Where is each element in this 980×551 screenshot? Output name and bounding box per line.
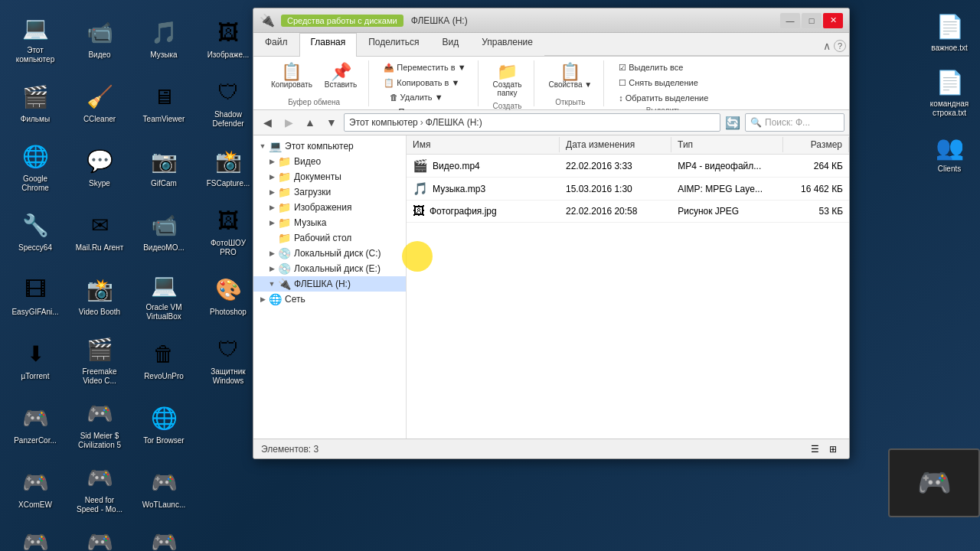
minimize-button[interactable]: — <box>780 13 800 28</box>
forward-button[interactable]: ▶ <box>279 113 298 132</box>
tree-item-downloads[interactable]: ▶ 📁 Загрузки <box>253 184 406 200</box>
ribbon-collapse-icon[interactable]: ∧ <box>823 40 831 52</box>
desktop-icon-important-txt[interactable]: 📄 важное.txt <box>922 8 977 56</box>
col-header-type[interactable]: Тип <box>671 137 783 152</box>
desktop-icon-easygif[interactable]: 🎞 EasyGIFAni... <box>8 265 63 326</box>
desktop-icon-fotoshou[interactable]: 🖼 ФотоШОУ PRO <box>201 201 256 262</box>
desktop-icon-prince[interactable]: 🎮 Prince of Persia - T... <box>8 522 63 551</box>
desktop-icon-films[interactable]: 🎬 Фильмы <box>8 72 63 133</box>
file-row-music[interactable]: 🎵 Музыка.mp3 15.03.2016 1:30 AIMP: MPEG … <box>407 178 849 201</box>
back-button[interactable]: ◀ <box>258 113 276 132</box>
create-group-label: Создать <box>493 102 522 110</box>
chrome-icon: 🌐 <box>20 142 51 172</box>
refresh-button[interactable]: 🔄 <box>724 113 742 132</box>
tab-view[interactable]: Вид <box>430 33 470 57</box>
copy-button[interactable]: 📋 Копировать <box>266 60 318 92</box>
desktop-icon-fscapture[interactable]: 📸 FSCapture... <box>201 136 256 197</box>
desktop-icon-defender[interactable]: 🛡 Защитник Windows <box>201 329 256 390</box>
tree-item-computer[interactable]: ▼ 💻 Этот компьютер <box>253 139 406 154</box>
desktop-icon-chrome[interactable]: 🌐 Google Chrome <box>8 136 63 197</box>
desktop-icon-revo[interactable]: 🗑 RevoUnPro <box>136 329 191 390</box>
copy-to-button[interactable]: 📋 Копировать в ▼ <box>378 76 471 90</box>
file-row-photo[interactable]: 🖼 Фотография.jpg 22.02.2016 20:58 Рисуно… <box>407 201 849 223</box>
desktop-icon-mailru[interactable]: ✉ Mail.Ru Агент <box>72 201 127 262</box>
tree-expand-icon: ▼ <box>266 278 278 290</box>
desktop-icons-grid: 💻 Этот компьютер 📹 Видео 🎵 Музыка 🖼 Изоб… <box>0 0 260 551</box>
tab-manage[interactable]: Управление <box>470 33 544 57</box>
files-list: 🎬 Видео.mp4 22.02.2016 3:33 MP4 - видеоф… <box>407 155 849 439</box>
tree-item-documents[interactable]: ▶ 📁 Документы <box>253 169 406 184</box>
desktop-icon-tor[interactable]: 🌐 Tor Browser <box>136 393 191 455</box>
title-bar-badge: Средства работы с дисками <box>281 15 403 27</box>
desktop-icon-gifcam[interactable]: 📷 GifCam <box>136 136 191 197</box>
move-to-button[interactable]: 📤 Переместить в ▼ <box>378 60 471 75</box>
tree-item-label: Музыка <box>294 217 326 228</box>
details-view-button[interactable]: ⊞ <box>825 442 841 457</box>
desktop-icon-emperor[interactable]: 🎮 Emperor Battle f... <box>136 522 191 551</box>
tree-item-local-c[interactable]: ▶ 💿 Локальный диск (C:) <box>253 246 406 261</box>
col-header-name[interactable]: Имя <box>407 137 560 152</box>
deselect-button[interactable]: ☐ Снять выделение <box>613 76 714 90</box>
list-view-button[interactable]: ☰ <box>806 442 823 457</box>
desktop-icon-video-booth[interactable]: 📸 Video Booth <box>72 265 127 326</box>
desktop-icon-ccleaner[interactable]: 🧹 CCleaner <box>72 72 127 133</box>
tree-item-images[interactable]: ▶ 📁 Изображения <box>253 200 406 215</box>
desktop-icon-music[interactable]: 🎵 Музыка <box>136 8 191 69</box>
desktop-icon-virtualbox[interactable]: 💻 Oracle VM VirtualBox <box>136 265 191 326</box>
close-button[interactable]: ✕ <box>823 13 843 28</box>
recent-paths-button[interactable]: ▼ <box>322 113 341 132</box>
mailru-icon: ✉ <box>84 210 115 241</box>
desktop-icon-shadow-defender[interactable]: 🛡 Shadow Defender <box>201 72 256 133</box>
desktop-icon-speccy[interactable]: 🔧 Speccy64 <box>8 201 63 262</box>
up-button[interactable]: ▲ <box>301 113 319 132</box>
desktop-icon-freemake[interactable]: 🎬 Freemake Video C... <box>72 329 127 390</box>
desktop-icon-skype[interactable]: 💬 Skype <box>72 136 127 197</box>
desktop-icon-video[interactable]: 📹 Видео <box>72 8 127 69</box>
paste-button[interactable]: 📌 Вставить <box>319 60 362 92</box>
tree-item-local-e[interactable]: ▶ 💿 Локальный диск (E:) <box>253 261 406 276</box>
ribbon-help-icon[interactable]: ? <box>834 40 846 52</box>
address-path[interactable]: Этот компьютер › ФЛЕШКА (H:) <box>344 113 720 132</box>
ribbon-group-open: 📋 Свойства ▼ Открыть <box>537 60 605 106</box>
desktop-icon-civilization[interactable]: 🎮 Sid Meier $ Civilization 5 <box>72 393 127 455</box>
col-header-size[interactable]: Размер <box>783 137 849 152</box>
desktop-icon-coh2[interactable]: 🎮 Company of Heroes 2 <box>72 522 127 551</box>
files-header: Имя Дата изменения Тип Размер <box>407 135 849 155</box>
maximize-button[interactable]: □ <box>802 13 822 28</box>
properties-button[interactable]: 📋 Свойства ▼ <box>544 60 598 92</box>
tree-item-network[interactable]: ▶ 🌐 Сеть <box>253 292 406 307</box>
desktop-icon-photoshop[interactable]: 🎨 Photoshop <box>201 265 256 326</box>
search-box[interactable]: 🔍 Поиск: Ф... <box>745 113 844 132</box>
desktop-icon-nfs[interactable]: 🎮 Need for Speed - Mo... <box>72 458 127 519</box>
gifcam-icon: 📷 <box>149 146 179 177</box>
tab-file[interactable]: Файл <box>253 33 299 57</box>
tab-home[interactable]: Главная <box>299 33 358 57</box>
desktop-icon-my-computer[interactable]: 💻 Этот компьютер <box>8 8 63 69</box>
search-icon: 🔍 <box>750 117 762 128</box>
invert-select-button[interactable]: ↕ Обратить выделение <box>613 91 714 105</box>
desktop-icon-teamviewer[interactable]: 🖥 TeamViewer <box>136 72 191 133</box>
desktop-icon-images[interactable]: 🖼 Изображе... <box>201 8 256 69</box>
tree-item-video[interactable]: ▶ 📁 Видео <box>253 154 406 169</box>
tab-share[interactable]: Поделиться <box>357 33 430 57</box>
tree-item-flash[interactable]: ▼ 🔌 ФЛЕШКА (H:) <box>253 276 406 292</box>
tree-item-music[interactable]: ▶ 📁 Музыка <box>253 215 406 230</box>
new-folder-button[interactable]: 📁 Создатьпапку <box>488 60 528 100</box>
desktop-icon-videomo[interactable]: 📹 ВидеоМО... <box>136 201 191 262</box>
new-folder-icon: 📁 <box>497 64 518 80</box>
col-header-date[interactable]: Дата изменения <box>560 137 671 152</box>
select-all-button[interactable]: ☑ Выделить все <box>613 60 714 75</box>
tree-item-label: Загрузки <box>294 187 331 197</box>
desktop-icon-clients[interactable]: 👥 Clients <box>922 129 977 177</box>
delete-button[interactable]: 🗑 Удалить ▼ <box>384 90 466 104</box>
desktop-icon-xcomew[interactable]: 🎮 XComEW <box>8 458 63 519</box>
desktop-icon-panzercorp[interactable]: 🎮 PanzerCor... <box>8 393 63 455</box>
file-name: Музыка.mp3 <box>433 184 485 194</box>
video-thumbnail[interactable]: 🎮 <box>888 448 980 517</box>
copy-icon: 📋 <box>281 64 302 80</box>
desktop-icon-utorrent[interactable]: ⬇ µTorrent <box>8 329 63 390</box>
file-row-video[interactable]: 🎬 Видео.mp4 22.02.2016 3:33 MP4 - видеоф… <box>407 155 849 178</box>
desktop-icon-cmdline-txt[interactable]: 📄 командная строка.txt <box>922 64 977 121</box>
desktop-icon-wot[interactable]: 🎮 WoTLaunc... <box>136 458 191 519</box>
tree-item-desktop[interactable]: 📁 Рабочий стол <box>253 230 406 246</box>
